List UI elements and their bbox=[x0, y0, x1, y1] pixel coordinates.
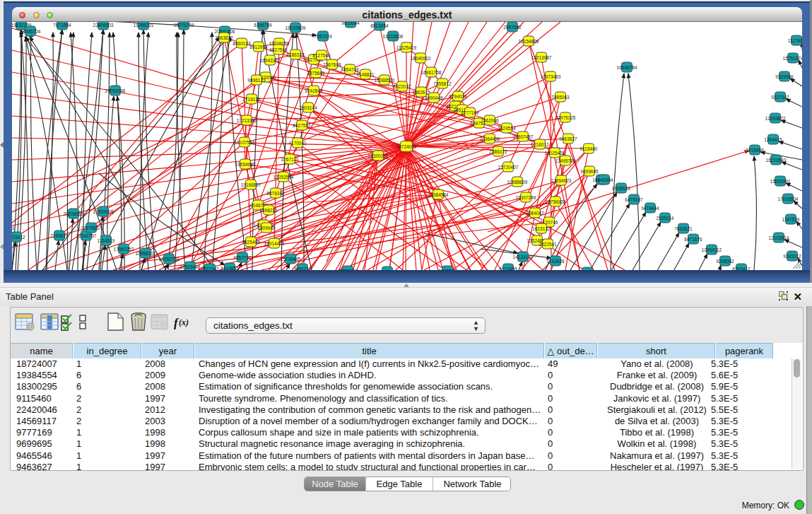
svg-text:15751074: 15751074 bbox=[783, 56, 802, 61]
svg-text:19285201: 19285201 bbox=[134, 23, 154, 28]
svg-text:2718126: 2718126 bbox=[242, 97, 261, 102]
svg-text:19654985: 19654985 bbox=[235, 162, 256, 167]
svg-text:12923448: 12923448 bbox=[180, 264, 201, 269]
svg-text:9084067: 9084067 bbox=[526, 211, 544, 216]
svg-text:13353594: 13353594 bbox=[273, 175, 294, 180]
svg-text:22806503: 22806503 bbox=[93, 23, 114, 28]
svg-text:9245012: 9245012 bbox=[783, 254, 801, 259]
svg-text:16543362: 16543362 bbox=[260, 58, 281, 63]
svg-text:2803144: 2803144 bbox=[299, 105, 317, 110]
svg-text:9146821: 9146821 bbox=[356, 72, 375, 77]
svg-text:20364436: 20364436 bbox=[480, 136, 500, 141]
svg-text:10923412: 10923412 bbox=[338, 269, 358, 271]
svg-text:10973493: 10973493 bbox=[541, 74, 561, 79]
svg-text:8427552: 8427552 bbox=[293, 123, 311, 128]
svg-text:13654923: 13654923 bbox=[551, 178, 572, 183]
svg-text:8186328: 8186328 bbox=[286, 52, 305, 57]
svg-text:1167539: 1167539 bbox=[782, 217, 800, 222]
svg-text:3915412: 3915412 bbox=[12, 235, 25, 240]
svg-text:8660123: 8660123 bbox=[233, 41, 251, 46]
svg-text:9827503: 9827503 bbox=[269, 47, 288, 52]
svg-text:8813054: 8813054 bbox=[370, 23, 389, 28]
svg-text:4170061: 4170061 bbox=[288, 141, 307, 146]
svg-text:19166827: 19166827 bbox=[241, 182, 261, 187]
svg-text:(x): (x) bbox=[179, 317, 189, 327]
svg-text:15716485: 15716485 bbox=[281, 257, 301, 262]
svg-text:8471676: 8471676 bbox=[684, 237, 702, 242]
svg-text:3624554: 3624554 bbox=[498, 126, 516, 131]
svg-text:9777169: 9777169 bbox=[461, 110, 479, 115]
svg-text:1640954: 1640954 bbox=[595, 177, 613, 182]
svg-text:9912345: 9912345 bbox=[438, 269, 457, 271]
svg-text:2935114: 2935114 bbox=[657, 216, 674, 221]
svg-text:18640910: 18640910 bbox=[411, 56, 431, 61]
svg-text:16961758: 16961758 bbox=[421, 70, 442, 75]
svg-text:8990448: 8990448 bbox=[425, 95, 443, 100]
svg-text:8912954: 8912954 bbox=[249, 45, 268, 49]
svg-text:16648784: 16648784 bbox=[617, 65, 637, 70]
svg-text:2522541: 2522541 bbox=[539, 242, 557, 247]
svg-text:2156829: 2156829 bbox=[50, 233, 69, 238]
svg-text:1409949: 1409949 bbox=[257, 226, 276, 230]
svg-text:17016504: 17016504 bbox=[778, 197, 799, 201]
svg-text:6794028: 6794028 bbox=[449, 94, 467, 99]
svg-text:3875685: 3875685 bbox=[307, 71, 325, 76]
svg-text:10807487: 10807487 bbox=[513, 134, 534, 139]
svg-text:1154519: 1154519 bbox=[98, 238, 115, 243]
svg-text:8123455: 8123455 bbox=[499, 267, 517, 271]
svg-text:20206555: 20206555 bbox=[64, 211, 84, 216]
svg-text:7357224: 7357224 bbox=[314, 34, 332, 39]
svg-text:3498222: 3498222 bbox=[259, 208, 278, 213]
svg-text:14055724: 14055724 bbox=[20, 29, 41, 34]
svg-text:8571342: 8571342 bbox=[201, 267, 219, 271]
svg-text:13495786: 13495786 bbox=[555, 158, 576, 163]
svg-text:8396759: 8396759 bbox=[254, 23, 272, 28]
svg-text:16033809: 16033809 bbox=[286, 25, 306, 30]
svg-text:9474444: 9474444 bbox=[641, 206, 659, 211]
svg-text:7663822: 7663822 bbox=[215, 35, 233, 40]
svg-text:9819564: 9819564 bbox=[341, 22, 360, 25]
svg-text:9873412: 9873412 bbox=[578, 270, 596, 271]
svg-text:2367608: 2367608 bbox=[323, 62, 341, 67]
svg-text:12213987: 12213987 bbox=[531, 55, 552, 60]
svg-text:16210643: 16210643 bbox=[766, 158, 787, 163]
svg-text:9227342: 9227342 bbox=[771, 95, 789, 100]
svg-text:7671884: 7671884 bbox=[53, 23, 71, 28]
svg-text:11325419: 11325419 bbox=[396, 45, 417, 50]
svg-text:2087682: 2087682 bbox=[503, 25, 522, 30]
svg-text:6479197: 6479197 bbox=[625, 197, 643, 202]
svg-text:29053346: 29053346 bbox=[105, 88, 126, 93]
svg-text:1362615: 1362615 bbox=[412, 90, 430, 95]
svg-text:12103514: 12103514 bbox=[769, 235, 789, 240]
svg-text:3267110: 3267110 bbox=[281, 157, 299, 162]
svg-text:16782759: 16782759 bbox=[159, 257, 180, 262]
svg-text:7625402: 7625402 bbox=[242, 240, 260, 245]
svg-text:8045123: 8045123 bbox=[378, 269, 396, 271]
svg-text:10654112: 10654112 bbox=[702, 247, 722, 252]
svg-text:9699695: 9699695 bbox=[580, 169, 599, 174]
svg-text:18724007: 18724007 bbox=[396, 144, 417, 149]
svg-text:15388520: 15388520 bbox=[375, 78, 395, 83]
svg-text:6216012: 6216012 bbox=[531, 142, 549, 147]
svg-text:9245052: 9245052 bbox=[716, 259, 734, 264]
svg-text:16154808: 16154808 bbox=[519, 39, 539, 44]
svg-text:12093872: 12093872 bbox=[765, 116, 786, 121]
svg-text:18307249: 18307249 bbox=[516, 195, 536, 200]
svg-text:17957253: 17957253 bbox=[114, 247, 134, 252]
svg-text:9414855: 9414855 bbox=[220, 266, 239, 271]
svg-text:15692991: 15692991 bbox=[770, 179, 791, 184]
svg-text:9896123: 9896123 bbox=[247, 78, 266, 83]
svg-text:10958107: 10958107 bbox=[136, 251, 156, 256]
svg-text:12342757: 12342757 bbox=[76, 233, 97, 238]
svg-text:14139141: 14139141 bbox=[513, 255, 534, 259]
svg-text:7450212: 7450212 bbox=[293, 267, 312, 271]
svg-text:8454749: 8454749 bbox=[341, 67, 359, 72]
svg-text:12213382: 12213382 bbox=[237, 118, 257, 123]
svg-text:8938923: 8938923 bbox=[612, 186, 630, 191]
svg-text:19218506: 19218506 bbox=[383, 34, 404, 39]
svg-text:8127546: 8127546 bbox=[312, 53, 331, 58]
svg-text:9242848: 9242848 bbox=[305, 88, 323, 93]
svg-text:1244415: 1244415 bbox=[764, 137, 782, 142]
svg-text:7632621: 7632621 bbox=[674, 226, 693, 231]
svg-text:1117405: 1117405 bbox=[788, 38, 802, 43]
